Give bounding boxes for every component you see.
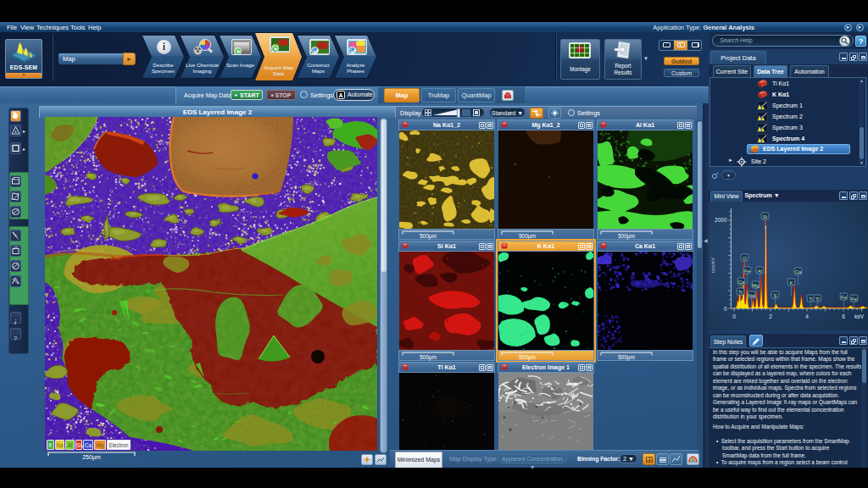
svg-text:Mg: Mg [752,283,759,288]
svg-text:Fe: Fe [744,269,751,274]
svg-text:cps/eV: cps/eV [710,258,715,273]
svg-text:Ca: Ca [795,269,802,274]
svg-text:Fe: Fe [851,297,858,302]
svg-text:S: S [773,293,776,298]
svg-text:Ca: Ca [738,280,745,285]
svg-text:Ti: Ti [809,297,813,302]
svg-text:6: 6 [842,313,845,319]
svg-text:Ti: Ti [738,290,743,295]
svg-text:0: 0 [732,313,736,319]
svg-text:2000: 2000 [715,217,727,223]
svg-text:2: 2 [769,313,772,319]
svg-text:Si: Si [763,214,767,219]
svg-text:Ti: Ti [815,297,820,302]
svg-text:O: O [743,256,747,261]
svg-text:K: K [789,280,793,286]
svg-text:Na: Na [748,293,755,298]
svg-text:keV: keV [854,313,865,319]
svg-text:4: 4 [805,313,809,319]
svg-text:Al: Al [758,269,762,274]
svg-text:0: 0 [724,306,727,312]
svg-text:Fe: Fe [841,295,848,300]
